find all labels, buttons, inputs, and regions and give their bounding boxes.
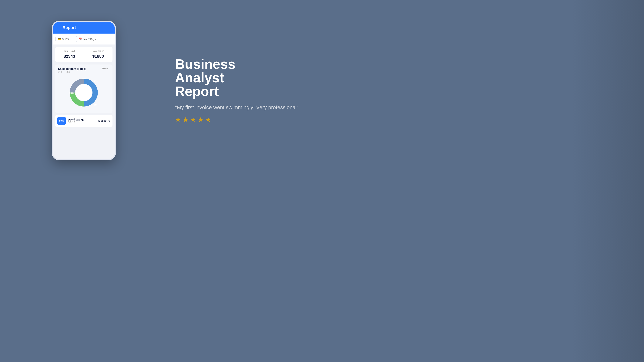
donut-chart-container: 25% 50% 25% [58,76,110,110]
star-2: ★ [182,116,188,124]
stats-card: Total Paid $2343 Total Sales $1880 [55,47,112,62]
star-1: ★ [175,116,181,124]
total-sales-cell: Total Sales $1880 [84,47,112,62]
date-chevron-icon: ▼ [97,38,99,40]
date-label: Last 7 Days [83,38,96,40]
total-sales-label: Total Sales [87,50,110,52]
donut-label-50: 50% [70,92,74,94]
item-info: David Wang2 QTY: 5 [68,118,96,124]
back-arrow-icon[interactable]: ← [56,26,60,30]
sales-header: Sales by item (Top 5) More › [58,67,110,70]
total-paid-label: Total Paid [58,50,81,52]
phone-mockup: ← Report 💳 $USD ▼ 📅 Last 7 Days ▼ Total … [52,21,116,160]
calendar-icon: 📅 [78,37,82,40]
headline-line1: Business [175,57,235,72]
item-name: David Wang2 [68,118,96,121]
item-qty: QTY: 5 [68,121,96,124]
sales-date-range: 01/6 — 30/6 [58,71,110,73]
headline: Business Analyst Report [175,57,311,98]
star-3: ★ [190,116,196,124]
total-paid-cell: Total Paid $2343 [55,47,84,62]
stats-row: Total Paid $2343 Total Sales $1880 [55,47,112,62]
testimonial-text: "My first invoice went swimmingly! Very … [175,104,311,111]
star-4: ★ [198,116,204,124]
star-5: ★ [205,116,211,124]
more-button[interactable]: More › [102,67,110,70]
right-panel: Business Analyst Report "My first invoic… [168,0,322,181]
currency-label: $USD [62,38,69,40]
currency-filter-button[interactable]: 💳 $USD ▼ [56,36,74,42]
currency-chevron-icon: ▼ [70,38,72,40]
phone-title: Report [63,25,76,30]
sales-section: Sales by item (Top 5) More › 01/6 — 30/6 [55,64,112,113]
phone-header: ← Report [53,22,115,33]
donut-label-25-top: 25% [94,80,98,83]
item-row: 50% David Wang2 QTY: 5 $ 3810.73 [55,115,112,127]
filter-row: 💳 $USD ▼ 📅 Last 7 Days ▼ [53,33,115,44]
headline-line3: Report [175,84,219,99]
donut-wrapper: 25% 50% 25% [69,77,99,108]
item-amount: $ 3810.73 [98,119,110,122]
total-sales-value: $1880 [87,54,110,59]
headline-line2: Analyst [175,70,224,85]
sales-title: Sales by item (Top 5) [58,67,86,70]
more-chevron-icon: › [108,67,109,70]
item-badge: 50% [58,117,66,125]
left-panel: ← Report 💳 $USD ▼ 📅 Last 7 Days ▼ Total … [0,0,168,181]
date-filter-button[interactable]: 📅 Last 7 Days ▼ [76,36,101,42]
more-label: More [102,67,108,70]
currency-icon: 💳 [58,37,61,40]
svg-point-4 [76,84,92,101]
total-paid-value: $2343 [58,54,81,59]
donut-label-25-bottom: 25% [94,104,98,107]
star-rating: ★ ★ ★ ★ ★ [175,116,311,124]
